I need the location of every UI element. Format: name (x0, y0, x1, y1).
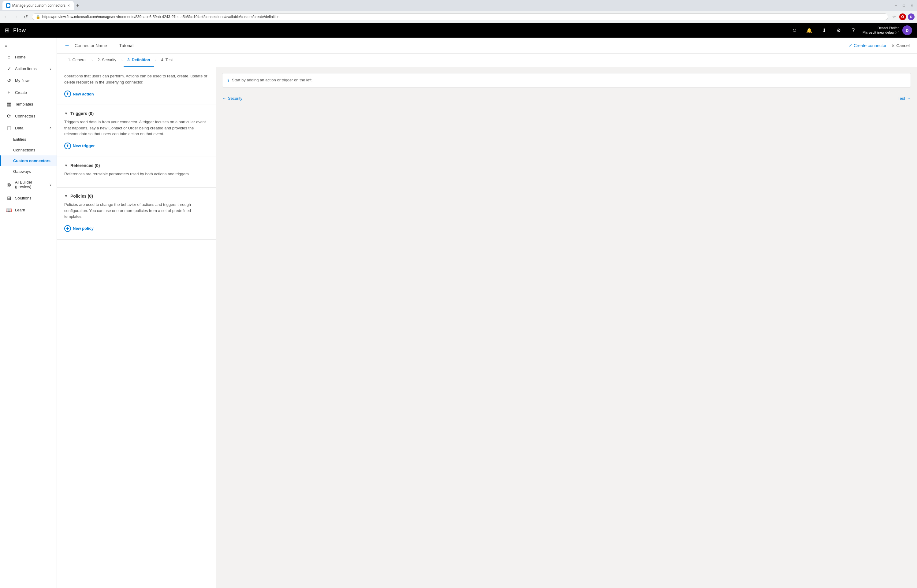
sidebar-item-my-flows[interactable]: ↺ My flows (0, 75, 57, 87)
waffle-icon[interactable]: ⊞ (5, 27, 10, 34)
sidebar-item-connections[interactable]: Connections (0, 145, 57, 155)
tab-close-button[interactable]: ✕ (67, 4, 70, 8)
new-policy-button[interactable]: + New policy (64, 224, 94, 233)
help-button[interactable]: ? (848, 25, 859, 36)
test-nav-label: Test (898, 96, 905, 101)
definition-content: operations that users can perform. Actio… (57, 67, 917, 588)
back-nav-button[interactable]: ← (2, 13, 10, 21)
user-avatar[interactable]: D (902, 26, 912, 35)
minimize-button[interactable]: ─ (893, 3, 899, 8)
sidebar-item-entities[interactable]: Entities (0, 134, 57, 145)
tab-chevron-3: › (155, 58, 157, 62)
tab-bar: Manage your custom connectors ✕ + (2, 1, 81, 10)
my-flows-icon: ↺ (6, 78, 12, 84)
info-text: Start by adding an action or trigger on … (232, 78, 313, 82)
user-info[interactable]: Denzel Pfeifer Microsoft (new default) ( (862, 26, 899, 35)
solutions-icon: ⊞ (6, 195, 12, 201)
connector-tutorial-label: Tutorial (119, 43, 133, 48)
window-controls: ─ □ ✕ (893, 3, 915, 8)
close-button[interactable]: ✕ (909, 3, 915, 8)
new-action-button[interactable]: + New action (64, 89, 94, 99)
refresh-button[interactable]: ↺ (22, 13, 29, 21)
tab-security[interactable]: 2. Security (94, 53, 120, 67)
sidebar-label-action-items: Action items (15, 66, 37, 71)
header-actions: ✓ Create connector ✕ Cancel (849, 43, 910, 48)
tab-definition[interactable]: 3. Definition (124, 53, 153, 67)
tab-navigation: 1. General › 2. Security › 3. Definition… (57, 53, 917, 67)
sidebar: ≡ ⌂ Home ✓ Action items ∨ ↺ My flows + C… (0, 38, 57, 588)
data-icon: ◫ (6, 125, 12, 131)
forward-nav-button[interactable]: → (12, 13, 19, 21)
sidebar-item-connectors[interactable]: ⟳ Connectors (0, 110, 57, 122)
sidebar-item-create[interactable]: + Create (0, 87, 57, 98)
tab-chevron-2: › (121, 58, 123, 62)
action-items-expand-icon: ∨ (49, 67, 52, 71)
triggers-section: ▼ Triggers (0) Triggers read data in fro… (57, 105, 216, 157)
svg-point-0 (7, 4, 10, 7)
test-forward-icon: → (907, 96, 911, 101)
tab-general[interactable]: 1. General (64, 53, 90, 67)
notification-button[interactable]: 🔔 (804, 25, 815, 36)
tab-favicon (6, 3, 10, 8)
triggers-section-title: Triggers (0) (70, 111, 94, 116)
app-logo: Flow (13, 27, 26, 34)
info-icon: ℹ (227, 78, 229, 83)
emoji-button[interactable]: ☺ (789, 25, 800, 36)
new-tab-button[interactable]: + (74, 2, 81, 10)
cancel-x-icon: ✕ (891, 43, 895, 48)
actions-description: operations that users can perform. Actio… (64, 73, 208, 85)
sidebar-item-solutions[interactable]: ⊞ Solutions (0, 192, 57, 204)
sidebar-item-action-items[interactable]: ✓ Action items ∨ (0, 63, 57, 75)
new-trigger-button[interactable]: + New trigger (64, 141, 95, 150)
test-nav-link[interactable]: Test → (898, 96, 911, 101)
sidebar-label-home: Home (15, 55, 26, 59)
new-trigger-label: New trigger (73, 144, 95, 148)
back-button[interactable]: ← (64, 42, 70, 48)
settings-button[interactable]: ⚙ (833, 25, 844, 36)
tab-chevron-1: › (92, 58, 93, 62)
sidebar-item-learn[interactable]: 📖 Learn (0, 204, 57, 216)
hamburger-menu[interactable]: ≡ (0, 40, 57, 51)
sidebar-item-data[interactable]: ◫ Data ∧ (0, 122, 57, 134)
tab-definition-label: 3. Definition (127, 58, 150, 62)
triggers-section-header[interactable]: ▼ Triggers (0) (64, 111, 208, 116)
sidebar-item-gateways[interactable]: Gateways (0, 166, 57, 177)
sidebar-item-ai-builder[interactable]: ◎ AI Builder (preview) ∨ (0, 177, 57, 192)
cancel-button[interactable]: ✕ Cancel (891, 43, 910, 48)
sidebar-item-home[interactable]: ⌂ Home (0, 51, 57, 63)
connectors-icon: ⟳ (6, 113, 12, 119)
maximize-button[interactable]: □ (901, 3, 907, 8)
sidebar-item-templates[interactable]: ▦ Templates (0, 98, 57, 110)
security-nav-label: Security (228, 96, 242, 101)
create-icon: + (6, 90, 12, 95)
browser-tab-active[interactable]: Manage your custom connectors ✕ (2, 1, 74, 10)
download-button[interactable]: ⬇ (819, 25, 830, 36)
tab-security-label: 2. Security (98, 58, 116, 62)
security-back-icon: ← (222, 96, 226, 101)
tab-test[interactable]: 4. Test (158, 53, 176, 67)
sidebar-item-custom-connectors[interactable]: Custom connectors (0, 155, 57, 166)
app-header: ⊞ Flow ☺ 🔔 ⬇ ⚙ ? Denzel Pfeifer Microsof… (0, 23, 917, 38)
templates-icon: ▦ (6, 101, 12, 107)
create-connector-button[interactable]: ✓ Create connector (849, 43, 886, 48)
triggers-chevron-icon: ▼ (64, 111, 68, 116)
policies-chevron-icon: ▼ (64, 194, 68, 198)
check-icon: ✓ (849, 43, 852, 48)
bookmark-icon[interactable]: ☆ (891, 13, 898, 20)
learn-icon: 📖 (6, 207, 12, 213)
policies-description: Policies are used to change the behavior… (64, 202, 208, 220)
right-panel: ℹ Start by adding an action or trigger o… (216, 67, 917, 588)
references-section-header[interactable]: ▼ References (0) (64, 163, 208, 168)
lock-icon: 🔒 (36, 15, 40, 19)
user-name: Denzel Pfeifer (862, 26, 899, 30)
action-items-icon: ✓ (6, 66, 12, 71)
profile-icon[interactable]: D (908, 13, 915, 20)
new-policy-label: New policy (73, 226, 94, 231)
address-input[interactable]: 🔒 https://preview.flow.microsoft.com/man… (32, 13, 888, 20)
ai-builder-icon: ◎ (6, 182, 12, 187)
security-nav-link[interactable]: ← Security (222, 96, 242, 101)
opera-icon[interactable]: O (899, 13, 906, 20)
sidebar-label-connections: Connections (13, 148, 35, 152)
browser-titlebar: Manage your custom connectors ✕ + ─ □ ✕ (0, 0, 917, 11)
policies-section-header[interactable]: ▼ Policies (0) (64, 194, 208, 199)
